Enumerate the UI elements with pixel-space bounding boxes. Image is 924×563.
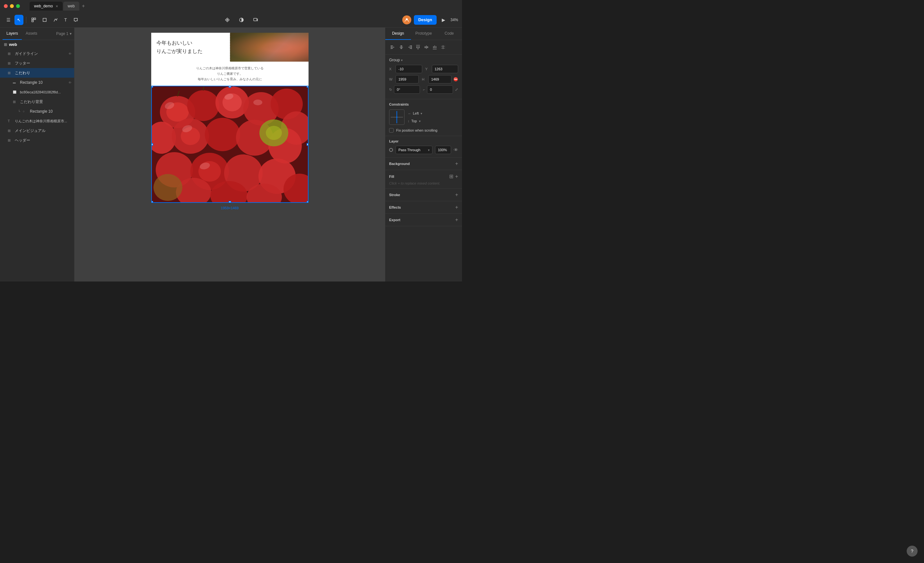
tab-design[interactable]: Design (385, 28, 411, 40)
align-top[interactable] (414, 43, 422, 51)
layer-tree: ⊞ web ⊞ ガイドライン 👁 ⊞ フッター ⊞ こだわり ▬ Rectang… (0, 40, 74, 282)
effects-add-button[interactable]: + (455, 204, 458, 210)
tab-code[interactable]: Code (436, 28, 462, 40)
handle-ml[interactable] (151, 143, 153, 146)
x-input[interactable]: -10 (396, 65, 422, 73)
minimize-button[interactable] (10, 4, 14, 8)
grid-icon-5: ⊞ (8, 129, 13, 133)
h-input[interactable]: 1469 (428, 75, 452, 84)
fill-hint: Click + to replace mixed content. (389, 181, 458, 185)
constraint-h-option[interactable]: ↔ Left ▾ (408, 109, 458, 117)
align-row (389, 43, 458, 51)
svg-point-10 (187, 90, 219, 121)
main-image-container[interactable] (151, 86, 309, 203)
corner-input[interactable]: 0 (427, 85, 453, 94)
maximize-button[interactable] (16, 4, 20, 8)
comment-tool[interactable] (71, 15, 81, 25)
fix-position-checkbox[interactable] (389, 128, 394, 133)
fill-add-button[interactable]: + (455, 174, 458, 180)
w-input[interactable]: 1959 (396, 75, 418, 84)
stroke-add-button[interactable]: + (455, 192, 458, 198)
handle-mr[interactable] (307, 143, 309, 146)
handle-tr[interactable] (307, 86, 309, 88)
frame-tool[interactable] (29, 15, 39, 25)
layer-main-visual[interactable]: ⊞ メインビジュアル (0, 126, 74, 135)
svg-rect-0 (32, 18, 33, 19)
move-tool[interactable]: ↖ (15, 15, 23, 25)
handle-tm[interactable] (229, 86, 231, 88)
tab-web-demo-close[interactable]: ✕ (56, 4, 58, 8)
align-center-h[interactable] (398, 43, 405, 51)
opacity-input[interactable]: 100% (435, 146, 451, 154)
handle-bl[interactable] (151, 201, 153, 203)
page-selector[interactable]: Page 1 ▾ (56, 28, 72, 40)
zoom-label: 34% (450, 18, 458, 22)
align-left[interactable] (389, 43, 397, 51)
play-button[interactable]: ▶ (439, 15, 448, 25)
layer-image[interactable]: ⬜ bc80eca1828401082f8d... (0, 87, 74, 97)
tab-add-button[interactable]: + (80, 3, 87, 10)
rotation-input[interactable]: 0° (394, 85, 420, 94)
rect-icon: ▬ (13, 81, 18, 84)
align-right[interactable] (406, 43, 414, 51)
layer-rect10b[interactable]: └ ○ Rectangle 10 (0, 106, 74, 116)
tab-bar: web_demo ✕ web + (30, 1, 87, 10)
layer-kodawari[interactable]: ⊞ こだわり (0, 68, 74, 78)
export-add-button[interactable]: + (455, 217, 458, 223)
root-layer[interactable]: ⊞ web (0, 40, 74, 49)
japanese-title-1: 今年もおいしい (156, 39, 225, 47)
group-label[interactable]: Group ▾ (389, 58, 403, 62)
fix-position: Fix position when scrolling (389, 128, 458, 133)
contrast-icon[interactable] (236, 15, 247, 25)
close-button[interactable] (4, 4, 8, 8)
svg-rect-54 (416, 46, 417, 48)
svg-rect-63 (434, 46, 435, 48)
layer-text[interactable]: T りんごの木は神奈川県相模原市... (0, 116, 74, 126)
distribute-v[interactable] (439, 43, 447, 51)
tab-layers[interactable]: Layers (3, 28, 22, 40)
preview-icon[interactable] (250, 15, 261, 25)
constraint-v-option[interactable]: ↕ Top ▾ (408, 117, 458, 125)
visibility-toggle[interactable]: 👁 (454, 147, 458, 153)
svg-rect-64 (436, 46, 436, 48)
handle-br[interactable] (307, 201, 309, 203)
pen-tool[interactable] (51, 15, 60, 25)
y-input[interactable]: 1263 (432, 65, 459, 73)
expand-icon[interactable]: ⤢ (455, 87, 458, 92)
canvas[interactable]: 今年もおいしい りんごが実りました りんごの木は神奈川県相模原市で営業している … (75, 28, 385, 282)
tab-web[interactable]: web (63, 1, 79, 10)
svg-rect-5 (254, 18, 257, 21)
share-button[interactable]: Design (414, 15, 436, 25)
export-header: Export + (389, 217, 458, 223)
svg-point-33 (254, 99, 262, 105)
layer-rect10[interactable]: ▬ Rectangle 10 👁 (0, 78, 74, 87)
align-middle[interactable] (423, 43, 430, 51)
w-label: W (389, 77, 394, 81)
component-icon[interactable] (222, 15, 232, 25)
layer-kodawari-bg[interactable]: ⊞ こだわり背景 (0, 97, 74, 106)
lock-ratio-icon[interactable]: ⛔ (453, 77, 458, 82)
panel-tabs: Layers Assets Page 1 ▾ (0, 28, 74, 40)
background-add-button[interactable]: + (455, 161, 458, 166)
title-area: 今年もおいしい りんごが実りました (151, 33, 230, 61)
layer-footer[interactable]: ⊞ フッター (0, 58, 74, 68)
handle-bm[interactable] (229, 201, 231, 203)
text-tool[interactable]: T (62, 15, 70, 25)
shape-tool[interactable] (40, 15, 50, 25)
align-bottom[interactable] (431, 43, 439, 51)
fill-grid-icon[interactable]: ⊞ (449, 173, 453, 180)
layer-guideline[interactable]: ⊞ ガイドライン 👁 (0, 49, 74, 58)
tab-web-demo-label: web_demo (34, 4, 53, 8)
tab-prototype[interactable]: Prototype (411, 28, 436, 40)
tab-web-demo[interactable]: web_demo ✕ (30, 1, 63, 10)
layer-header[interactable]: ⊞ ヘッダー (0, 135, 74, 145)
menu-button[interactable]: ☰ (4, 15, 13, 25)
left-panel: Layers Assets Page 1 ▾ ⊞ web ⊞ ガイドライン 👁 (0, 28, 75, 282)
right-panel: Design Prototype Code (385, 28, 462, 282)
constraint-options: ↔ Left ▾ ↕ Top ▾ (408, 109, 458, 125)
user-avatar[interactable] (402, 15, 411, 24)
blend-mode-selector[interactable]: Pass Through ▾ (396, 146, 432, 154)
tab-assets[interactable]: Assets (22, 28, 41, 40)
handle-tl[interactable] (151, 86, 153, 88)
svg-rect-44 (391, 48, 393, 49)
